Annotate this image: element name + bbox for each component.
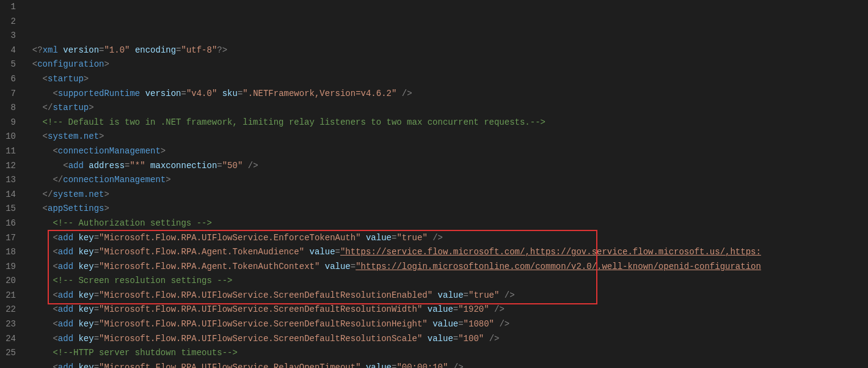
line-number: 15 — [0, 202, 16, 216]
line-number-gutter: 1234567891011121314151617181920212223242… — [0, 0, 22, 368]
code-line[interactable]: <!--HTTP server shutdown timeouts--> — [22, 346, 868, 361]
code-line[interactable]: <add key="Microsoft.Flow.RPA.UIFlowServi… — [22, 317, 868, 332]
code-line[interactable]: <!-- Authorization settings --> — [22, 216, 868, 231]
code-line[interactable]: <add key="Microsoft.Flow.RPA.Agent.Token… — [22, 260, 868, 274]
line-number: 2 — [0, 15, 16, 29]
line-number: 4 — [0, 43, 16, 58]
line-number: 1 — [0, 0, 16, 15]
code-line[interactable]: <add address="*" maxconnection="50" /> — [22, 159, 868, 174]
line-number: 16 — [0, 216, 16, 231]
code-line[interactable]: <supportedRuntime version="v4.0" sku=".N… — [22, 87, 868, 101]
code-line[interactable]: <!-- Default is two in .NET framework, l… — [22, 116, 868, 130]
code-line[interactable]: <system.net> — [22, 130, 868, 144]
line-number: 5 — [0, 57, 16, 72]
code-line[interactable]: <add key="Microsoft.Flow.RPA.UIFlowServi… — [22, 303, 868, 317]
code-line[interactable]: <add key="Microsoft.Flow.RPA.UIFlowServi… — [22, 361, 868, 368]
line-number: 24 — [0, 332, 16, 347]
line-number: 11 — [0, 144, 16, 159]
line-number: 9 — [0, 116, 16, 130]
code-line[interactable]: <add key="Microsoft.Flow.RPA.Agent.Token… — [22, 245, 868, 260]
code-line[interactable]: <add key="Microsoft.Flow.RPA.UIFlowServi… — [22, 289, 868, 303]
code-line[interactable]: <add key="Microsoft.Flow.RPA.UIFlowServi… — [22, 231, 868, 246]
code-line[interactable]: <add key="Microsoft.Flow.RPA.UIFlowServi… — [22, 332, 868, 347]
code-line[interactable]: </connectionManagement> — [22, 173, 868, 188]
line-number: 22 — [0, 303, 16, 317]
code-area[interactable]: <?xml version="1.0" encoding="utf-8"?> <… — [22, 0, 868, 368]
line-number: 6 — [0, 72, 16, 87]
line-number: 19 — [0, 260, 16, 274]
line-number: 25 — [0, 346, 16, 361]
code-editor[interactable]: 1234567891011121314151617181920212223242… — [0, 0, 868, 368]
line-number: 20 — [0, 274, 16, 289]
code-line[interactable]: </startup> — [22, 101, 868, 116]
line-number: 7 — [0, 87, 16, 101]
code-line[interactable]: <!-- Screen resolution settings --> — [22, 274, 868, 289]
code-line[interactable]: <startup> — [22, 72, 868, 87]
code-line[interactable]: </system.net> — [22, 188, 868, 202]
line-number: 3 — [0, 29, 16, 43]
line-number: 18 — [0, 245, 16, 260]
line-number: 12 — [0, 159, 16, 174]
line-number: 14 — [0, 188, 16, 202]
code-line[interactable]: <connectionManagement> — [22, 144, 868, 159]
line-number: 23 — [0, 317, 16, 332]
line-number: 21 — [0, 289, 16, 303]
line-number: 13 — [0, 173, 16, 188]
line-number: 17 — [0, 231, 16, 246]
line-number: 10 — [0, 130, 16, 144]
code-line[interactable]: <appSettings> — [22, 202, 868, 216]
code-line[interactable]: <?xml version="1.0" encoding="utf-8"?> — [22, 43, 868, 58]
line-number: 8 — [0, 101, 16, 116]
code-line[interactable]: <configuration> — [22, 57, 868, 72]
